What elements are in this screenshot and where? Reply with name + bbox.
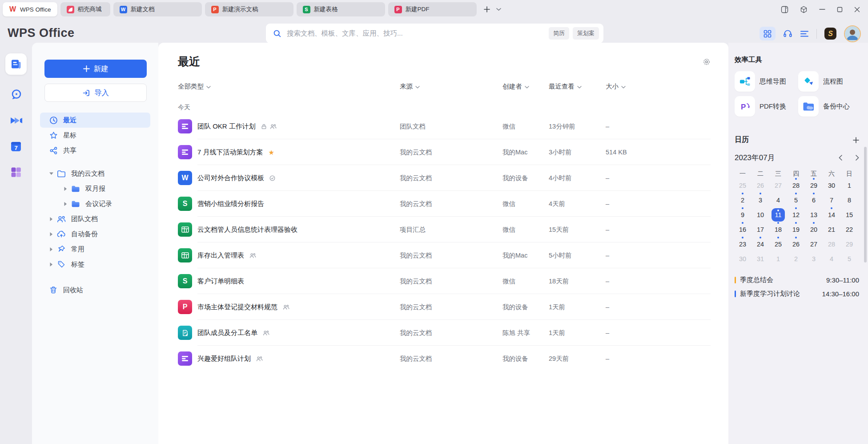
calendar-day[interactable]: 4	[823, 251, 840, 266]
calendar-day[interactable]: 28	[823, 237, 840, 251]
calendar-day[interactable]: 1	[840, 178, 858, 193]
sidebar-item-tags[interactable]: 标签	[40, 257, 150, 272]
caret-right-icon[interactable]	[49, 262, 53, 266]
calendar-day[interactable]: 28	[787, 178, 805, 193]
new-button[interactable]: 新建	[44, 60, 147, 78]
calendar-day[interactable]: 5	[787, 193, 805, 207]
filter-2[interactable]: 创建者	[502, 82, 549, 91]
close-button[interactable]	[854, 7, 860, 12]
calendar-day[interactable]: 3	[805, 251, 823, 266]
caret-right-icon[interactable]	[63, 187, 68, 191]
tab-new-presentation[interactable]: P新建演示文稿	[205, 2, 293, 16]
tab-new-spreadsheet[interactable]: S新建表格	[297, 2, 385, 16]
rail-item-meeting[interactable]	[9, 114, 23, 127]
sidebar-item-trash[interactable]: 回收站	[40, 283, 150, 298]
calendar-day[interactable]: 5	[840, 251, 858, 266]
user-avatar[interactable]	[844, 25, 861, 42]
filter-0[interactable]: 全部类型	[178, 82, 400, 91]
list-settings-gear-icon[interactable]	[703, 58, 711, 66]
calendar-day[interactable]: 20	[805, 222, 823, 237]
tab-list-chevron-icon[interactable]	[496, 8, 501, 11]
calendar-day[interactable]: 25	[734, 178, 751, 193]
next-month-button[interactable]	[856, 155, 859, 161]
caret-right-icon[interactable]	[49, 232, 53, 236]
table-row[interactable]: W公司对外合作协议模板我的云文档我的设备4小时前–	[178, 165, 711, 191]
search-input[interactable]	[286, 29, 544, 38]
calendar-day[interactable]: 30	[823, 178, 840, 193]
calendar-day[interactable]: 17	[751, 222, 769, 237]
sidebar-item-frequent[interactable]: 常用	[40, 242, 150, 257]
rail-item-chat[interactable]	[10, 88, 23, 101]
rail-item-apps[interactable]	[10, 166, 22, 178]
calendar-day[interactable]: 8	[840, 193, 858, 207]
table-row[interactable]: P市场主体登记提交材料规范我的云文档我的设备1天前–	[178, 294, 711, 320]
calendar-day[interactable]: 18	[769, 222, 787, 237]
calendar-day[interactable]: 2	[787, 251, 805, 266]
tab-docer-store[interactable]: 稻壳商城	[60, 2, 110, 16]
calendar-day[interactable]: 19	[787, 222, 805, 237]
calendar-day[interactable]: 10	[751, 207, 769, 222]
table-row[interactable]: 云文档管人员信息统计表理器验收项目汇总微信15天前–	[178, 217, 711, 242]
tool-backup-center[interactable]: 备份中心	[798, 96, 859, 117]
calendar-day[interactable]: 13	[805, 207, 823, 222]
calendar-day[interactable]: 26	[787, 237, 805, 251]
table-row[interactable]: S客户订单明细表我的云文档微信18天前–	[178, 268, 711, 294]
caret-right-icon[interactable]	[49, 247, 53, 251]
calendar-day[interactable]: 12	[787, 207, 805, 222]
main-menu-icon[interactable]	[800, 30, 809, 37]
add-event-button[interactable]	[853, 137, 859, 143]
tab-new-pdf[interactable]: P新建PDF	[388, 2, 477, 16]
calendar-day[interactable]: 2	[734, 193, 751, 207]
sidebar-item-bimonthly-report[interactable]: 双月报	[40, 181, 150, 196]
caret-right-icon[interactable]	[49, 217, 53, 221]
calendar-day[interactable]: 9	[734, 207, 751, 222]
calendar-day[interactable]: 1	[769, 251, 787, 266]
calendar-day-selected[interactable]: 11	[769, 207, 787, 222]
calendar-day[interactable]: 23	[734, 237, 751, 251]
calendar-day[interactable]: 27	[769, 178, 787, 193]
rail-item-docs[interactable]	[5, 53, 27, 75]
tab-new-document[interactable]: W新建文档	[113, 2, 202, 16]
calendar-day[interactable]: 29	[805, 178, 823, 193]
calendar-day[interactable]: 15	[840, 207, 858, 222]
calendar-day[interactable]: 25	[769, 237, 787, 251]
import-button[interactable]: 导入	[44, 84, 147, 102]
calendar-day[interactable]: 16	[734, 222, 751, 237]
sidebar-item-recent[interactable]: 最近	[40, 113, 150, 128]
sidebar-toggle-button[interactable]	[781, 6, 788, 13]
calendar-event[interactable]: 季度总结会9:30–11:00	[735, 273, 859, 287]
sidebar-item-my-cloud-docs[interactable]: 我的云文档	[40, 166, 150, 181]
caret-down-icon[interactable]	[49, 172, 53, 175]
table-row[interactable]: S营销小组业绩分析报告我的云文档微信4天前–	[178, 191, 711, 217]
calendar-day[interactable]: 7	[823, 193, 840, 207]
prev-month-button[interactable]	[839, 155, 842, 161]
support-headset-icon[interactable]	[783, 29, 792, 38]
caret-right-icon[interactable]	[63, 202, 68, 206]
calendar-day[interactable]: 30	[734, 251, 751, 266]
maximize-button[interactable]	[837, 7, 843, 12]
calendar-day[interactable]: 6	[805, 193, 823, 207]
calendar-day[interactable]: 3	[751, 193, 769, 207]
calendar-day[interactable]: 21	[823, 222, 840, 237]
tool-mindmap[interactable]: 思维导图	[735, 71, 796, 92]
membership-badge[interactable]: S	[824, 28, 836, 40]
tool-pdf-convert[interactable]: PPDF转换	[735, 96, 796, 117]
table-row[interactable]: 兴趣爱好组队计划我的云文档我的设备29天前–	[178, 346, 711, 371]
sidebar-item-shared[interactable]: 共享	[40, 143, 150, 158]
calendar-day[interactable]: 29	[840, 237, 858, 251]
search-tag[interactable]: 简历	[549, 27, 569, 40]
sidebar-item-team-docs[interactable]: 团队文档	[40, 211, 150, 226]
sidebar-item-meeting-notes[interactable]: 会议记录	[40, 196, 150, 211]
sidebar-item-starred[interactable]: 星标	[40, 128, 150, 143]
calendar-event[interactable]: 新季度学习计划讨论14:30–16:00	[735, 287, 859, 301]
table-row[interactable]: 7 月线下活动策划方案★我的云文档我的Mac3小时前514 KB	[178, 139, 711, 165]
apps-grid-button[interactable]	[760, 27, 776, 40]
calendar-day[interactable]: 4	[769, 193, 787, 207]
sidebar-item-auto-backup[interactable]: 自动备份	[40, 226, 150, 242]
tool-flowchart[interactable]: 流程图	[798, 71, 859, 92]
table-row[interactable]: 库存出入管理表我的云文档我的Mac5小时前–	[178, 242, 711, 268]
calendar-day[interactable]: 26	[751, 178, 769, 193]
calendar-day[interactable]: 31	[751, 251, 769, 266]
scrollbar-thumb[interactable]	[864, 147, 867, 262]
new-tab-button[interactable]	[484, 6, 490, 12]
